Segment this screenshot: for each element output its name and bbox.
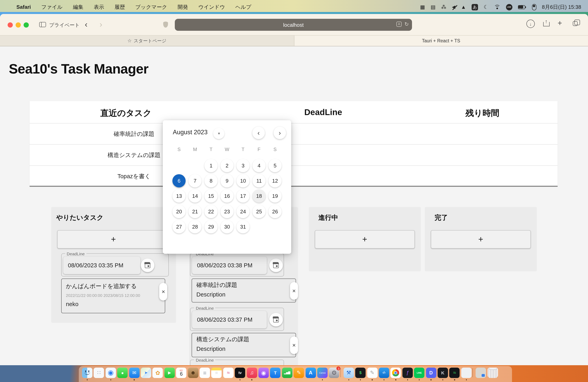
open-calendar-button[interactable] [269,313,283,326]
paw-icon[interactable]: ⁂ [441,3,446,11]
new-tab-button[interactable]: + [558,19,562,28]
calendar-day-27[interactable]: 27 [172,220,186,233]
clipboard-icon[interactable]: ▤ [431,3,436,11]
privacy-shield-icon[interactable] [163,21,168,28]
shield-grid-icon[interactable]: ▦ [420,3,425,11]
tab-overview-button[interactable] [573,21,578,26]
dock-keys-app-icon[interactable]: K [438,367,448,378]
calendar-day-2[interactable]: 2 [220,159,234,172]
calendar-day-25[interactable]: 25 [252,205,266,218]
dock-vscode-icon[interactable]: ‹/› [379,367,389,378]
dock-podcasts-icon[interactable]: ◉ [258,367,269,378]
calendar-day-11[interactable]: 11 [252,174,266,187]
dock-facetime-icon[interactable]: ▶ [164,367,175,378]
dock-activity-monitor-icon[interactable]: ≈ [449,367,460,378]
line-menubar-icon[interactable]: LINE [506,3,512,11]
sidebar-icon[interactable] [39,22,46,27]
display-toggle-icon[interactable] [532,3,536,11]
dock-freeform-icon[interactable]: ≈ [223,367,234,378]
dock-music-icon[interactable]: ♫ [247,367,257,378]
dock-safari-icon[interactable]: ◉ [105,367,116,378]
calendar-day-8[interactable]: 8 [204,174,218,187]
calendar-day-21[interactable]: 21 [189,205,202,218]
menu-item-3[interactable]: 表示 [94,3,104,11]
dock-numbers-icon[interactable]: ▂▅▇ [282,367,293,378]
reload-icon[interactable]: ↻ [404,21,409,27]
dock-maps-icon[interactable]: ➤ [141,367,151,378]
dock-figma-icon[interactable]: ƒ [402,367,413,378]
deadline-value-input[interactable]: 08/06/2023 03:35 PM [63,257,140,274]
volume-mute-icon[interactable]: ◀ [452,3,455,11]
calendar-day-24[interactable]: 24 [236,205,250,218]
forward-button[interactable]: › [100,19,102,29]
share-button[interactable]: ↑ [543,19,550,26]
dock-calendar-icon[interactable]: 8月6 [176,367,186,378]
menu-item-5[interactable]: ブックマーク [135,3,167,11]
dock-line-icon[interactable]: LINE [414,367,424,378]
menu-item-4[interactable]: 履歴 [115,3,125,11]
focus-moon-icon[interactable]: ☾ [483,3,488,11]
deadline-field[interactable]: DeadLine08/06/2023 03:38 PM [190,253,284,277]
tab-tauri-react-ts[interactable]: Tauri + React + TS [294,36,588,46]
menu-item-2[interactable]: 編集 [73,3,84,11]
dock-photos-icon[interactable]: ✿ [153,367,163,378]
menu-item-1[interactable]: ファイル [41,3,63,11]
calendar-day-22[interactable]: 22 [204,205,218,218]
deadline-field[interactable]: DeadLine [190,360,284,365]
wifi-icon[interactable] [494,3,500,11]
dock-xcode-icon[interactable]: ⚒ [344,367,354,378]
deadline-field[interactable]: DeadLine08/06/2023 03:37 PM [190,308,284,331]
card-close-button[interactable]: × [290,336,298,354]
calendar-day-14[interactable]: 14 [189,190,202,203]
dock-mail-icon[interactable]: ✉ [129,367,139,378]
calendar-day-31[interactable]: 31 [236,220,250,233]
card-close-button[interactable]: × [290,282,298,300]
card-close-button[interactable]: × [159,283,168,300]
calendar-day-29[interactable]: 29 [204,220,218,233]
dock-contacts-icon[interactable]: ☻ [188,367,198,378]
menu-item-8[interactable]: ヘルプ [235,3,252,11]
menu-item-6[interactable]: 開発 [178,3,188,11]
calendar-day-12[interactable]: 12 [268,174,282,187]
calendar-day-16[interactable]: 16 [220,190,234,203]
dock-launchpad-icon[interactable]: ∷ [94,367,104,378]
deadline-value-input[interactable]: 08/06/2023 03:38 PM [192,257,267,274]
dock-reminders-icon[interactable]: ≡ [200,367,210,378]
downloads-button[interactable]: ↓ [526,19,535,28]
dock-apple-tv-icon[interactable]: tv [235,367,245,378]
translate-icon[interactable]: A [396,21,402,27]
dock-keynote-icon[interactable]: T [270,367,281,378]
window-zoom-button[interactable] [24,22,29,27]
dock-notes-icon[interactable]: ≡ [211,367,222,378]
calendar-day-28[interactable]: 28 [189,220,202,233]
calendar-day-26[interactable]: 26 [268,205,282,218]
calendar-day-4[interactable]: 4 [252,159,266,172]
dock-discord-icon[interactable]: D [426,367,436,378]
menu-bar-clock[interactable]: 8月6日(日) 15:38 [542,3,581,11]
add-task-button[interactable]: + [57,230,170,248]
open-calendar-button[interactable] [269,259,283,272]
open-calendar-button[interactable] [141,259,154,272]
dock-finder-icon[interactable] [82,367,92,378]
calendar-day-9[interactable]: 9 [220,174,234,187]
address-bar[interactable]: localhost A ↻ [175,19,412,31]
dock-terminal-icon[interactable]: $ [355,367,366,378]
peak-app-icon[interactable]: ▲ [461,3,466,11]
dock-textedit-icon[interactable]: ✎ [367,367,378,378]
calendar-day-13[interactable]: 13 [172,190,186,203]
back-button[interactable]: ‹ [85,19,87,29]
calendar-day-18[interactable]: 18 [252,190,266,203]
window-close-button[interactable] [8,22,13,27]
dock-white-app-icon[interactable] [461,367,472,378]
calendar-day-19[interactable]: 19 [268,190,282,203]
add-task-button[interactable]: + [431,230,531,248]
calendar-day-23[interactable]: 23 [220,205,234,218]
menu-item-safari[interactable]: Safari [16,4,31,10]
ime-japanese-icon[interactable]: あ [472,3,478,11]
dock-pages-icon[interactable]: ✎ [294,367,304,378]
calendar-day-1[interactable]: 1 [204,159,218,172]
calendar-day-3[interactable]: 3 [236,159,250,172]
month-dropdown-button[interactable]: ▼ [213,128,224,139]
calendar-day-6[interactable]: 6 [172,174,186,187]
deadline-value-input[interactable]: 08/06/2023 03:37 PM [192,311,267,328]
